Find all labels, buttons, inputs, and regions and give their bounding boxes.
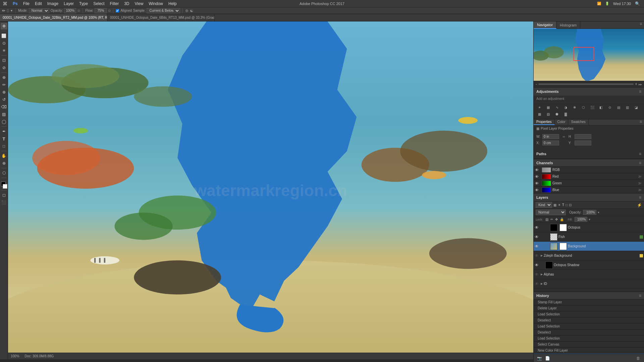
filter-smart-icon[interactable]: ⊡	[569, 203, 572, 207]
threshold-icon[interactable]: ▧	[545, 111, 551, 117]
x-input[interactable]	[542, 140, 559, 145]
menu-edit[interactable]: Edit	[32, 0, 45, 7]
vibrance-icon[interactable]: ❋	[572, 104, 578, 110]
opacity-pressure-icon[interactable]: ⊙	[77, 9, 80, 12]
history-load-sel-3[interactable]: Load Selection	[534, 336, 644, 342]
brightness-contrast-icon[interactable]: ☀	[536, 104, 542, 110]
layer-id-expand-icon[interactable]	[540, 282, 544, 285]
history-deselect-2[interactable]: Deselect	[534, 329, 644, 336]
levels-icon[interactable]: ▦	[545, 104, 551, 110]
tab-2[interactable]: 00001_UNHIDE_Octopus_Date_6Bits_RT13_MM.…	[107, 14, 215, 21]
gradient-map-icon[interactable]: ▓	[563, 111, 569, 117]
exposure-icon[interactable]: ◑	[563, 104, 569, 110]
menu-window[interactable]: Window	[146, 0, 166, 7]
opacity-input[interactable]	[64, 8, 76, 13]
posterize-icon[interactable]: ▦	[536, 111, 542, 117]
channel-red-eye-icon[interactable]: 👁	[535, 175, 540, 179]
tool-eraser[interactable]: ⌫	[1, 104, 7, 110]
nav-zoom-slider[interactable]	[538, 83, 634, 85]
layer-background[interactable]: 👁 Background	[534, 242, 644, 251]
layer-background-vis-icon[interactable]: 👁	[534, 244, 540, 249]
lock-position-icon[interactable]: ✥	[555, 218, 558, 221]
layer-fish[interactable]: 👁 Fish	[534, 232, 644, 242]
tool-lasso[interactable]: ⊙	[1, 40, 7, 47]
channel-green[interactable]: 👁 Green 3♯	[534, 180, 644, 187]
lock-all-icon[interactable]: 🔒	[560, 218, 564, 221]
history-load-sel-1[interactable]: Load Selection	[534, 311, 644, 317]
paths-menu-icon[interactable]: ≡	[639, 152, 641, 156]
filter-toggle-icon[interactable]: ⚡	[637, 203, 642, 207]
tool-crop[interactable]: ⊡	[1, 57, 7, 64]
channels-menu-icon[interactable]: ≡	[639, 161, 641, 165]
menu-ps[interactable]: Ps	[10, 0, 20, 7]
history-delete-icon[interactable]: 🗑	[635, 355, 641, 361]
tool-zoom[interactable]: ⊕	[1, 160, 7, 167]
nav-zoom-in-icon[interactable]: +	[635, 82, 637, 86]
layer-octopus-shadow-vis-icon[interactable]: 👁	[534, 263, 540, 267]
hsl-icon[interactable]: ⬡	[580, 104, 586, 110]
channel-blue[interactable]: 👁 Blue 3♯	[534, 187, 644, 193]
flow-pressure-icon[interactable]: ⊙	[108, 9, 111, 12]
opacity-dropdown-icon[interactable]: ▾	[598, 210, 599, 214]
layer-octopus-vis-icon[interactable]: 👁	[534, 225, 540, 230]
tool-move[interactable]: ✥	[1, 23, 7, 29]
filter-pixel-icon[interactable]: ▦	[553, 203, 556, 207]
color-balance-icon[interactable]: ⬛	[589, 104, 595, 110]
menu-layer[interactable]: Layer	[61, 0, 76, 7]
tool-eyedropper[interactable]: ⊘	[1, 64, 7, 71]
history-select-canvas[interactable]: Select Canvas	[534, 342, 644, 348]
layer-zdeph-bg[interactable]: 👁 Zdeph Background	[534, 251, 644, 260]
tool-screen-mode[interactable]: ⬛	[1, 199, 7, 206]
background-color[interactable]	[3, 184, 7, 189]
history-deselect-1[interactable]: Deselect	[534, 317, 644, 323]
tool-history-brush[interactable]: ↺	[1, 96, 7, 103]
tool-marquee[interactable]: ⬜	[1, 33, 7, 39]
menu-select[interactable]: Select	[91, 0, 107, 7]
menu-type[interactable]: Type	[76, 0, 91, 7]
color-tab[interactable]: Color	[555, 119, 569, 125]
tool-3d[interactable]: ⬡	[1, 170, 7, 176]
selective-color-icon[interactable]: ⬟	[554, 111, 560, 117]
histogram-tab[interactable]: Histogram	[556, 21, 580, 29]
layers-filter-select[interactable]: Kind	[536, 202, 552, 208]
canvas-area[interactable]: watermarkregion.cn 100% Doc: 309.0M/8.88…	[8, 21, 533, 359]
y-input[interactable]	[575, 140, 591, 145]
history-color-fill[interactable]: New Color Fill Layer	[534, 348, 644, 354]
aligned-checkbox[interactable]	[116, 9, 119, 12]
menu-help[interactable]: Help	[166, 0, 179, 7]
invert-icon[interactable]: ◪	[633, 104, 639, 110]
layer-fish-vis-icon[interactable]: 👁	[534, 235, 540, 239]
history-new-doc-icon[interactable]: 📄	[544, 355, 550, 361]
channel-red[interactable]: 👁 Red 3♯	[534, 173, 644, 180]
blend-mode-select[interactable]: Normal	[536, 209, 566, 215]
nav-zoom-out-icon[interactable]: -	[536, 82, 537, 86]
properties-menu-icon[interactable]: ≡	[638, 119, 644, 125]
history-stamp-fill[interactable]: Stamp Fill Layer	[534, 299, 644, 305]
navigator-menu-icon[interactable]: ≡	[638, 21, 644, 28]
photo-filter-icon[interactable]: ⊙	[607, 104, 613, 110]
tool-gradient[interactable]: ▨	[1, 111, 7, 118]
channel-rgb[interactable]: 👁 RGB	[534, 167, 644, 173]
color-lookup-icon[interactable]: ▥	[625, 104, 631, 110]
tool-hand[interactable]: ✋	[1, 153, 7, 159]
channel-rgb-eye-icon[interactable]: 👁	[535, 168, 540, 172]
lock-transparent-icon[interactable]: ▨	[545, 218, 548, 221]
filter-shape-icon[interactable]: □	[566, 203, 568, 207]
history-new-snapshot-icon[interactable]: 📷	[536, 355, 542, 361]
swatches-tab[interactable]: Swatches	[568, 119, 588, 125]
menu-filter[interactable]: Filter	[107, 0, 121, 7]
menu-image[interactable]: Image	[45, 0, 61, 7]
layer-zdeph-expand-icon[interactable]	[540, 254, 544, 257]
tool-brush[interactable]: ✏	[1, 81, 7, 88]
fill-dropdown-icon[interactable]: ▾	[589, 218, 590, 221]
layers-menu-icon[interactable]: ≡	[639, 195, 641, 200]
tool-text[interactable]: T	[1, 135, 7, 142]
curves-icon[interactable]: ∿	[554, 104, 560, 110]
link-wh-icon[interactable]: ∞	[561, 135, 567, 138]
history-menu-icon[interactable]: ≡	[639, 293, 641, 298]
history-delete-layer[interactable]: Delete Layer	[534, 305, 644, 311]
channel-green-eye-icon[interactable]: 👁	[535, 181, 540, 185]
sample-select[interactable]: Current & Below	[147, 8, 180, 13]
layer-alphas-vis-icon[interactable]: 👁	[534, 272, 540, 277]
layer-id-group[interactable]: 👁 ID	[534, 279, 644, 289]
